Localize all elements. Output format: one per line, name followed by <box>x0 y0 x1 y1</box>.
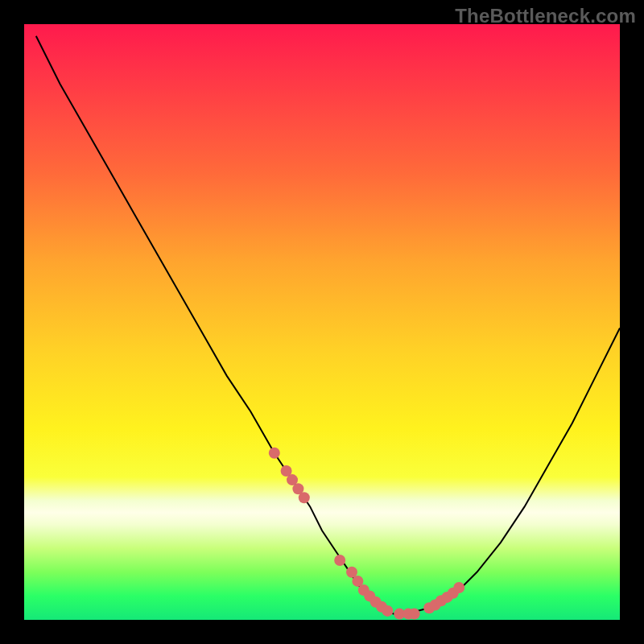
plot-area <box>24 24 620 620</box>
marker-dot <box>299 492 310 503</box>
curve-svg <box>24 24 620 620</box>
chart-frame: TheBottleneck.com <box>0 0 644 644</box>
marker-dot <box>382 605 393 617</box>
marker-dots <box>269 448 464 620</box>
marker-dot <box>409 609 420 620</box>
marker-dot <box>334 555 345 566</box>
bottleneck-curve <box>36 36 620 614</box>
marker-dot <box>269 448 280 459</box>
watermark-text: TheBottleneck.com <box>455 5 636 27</box>
marker-dot <box>453 582 464 593</box>
